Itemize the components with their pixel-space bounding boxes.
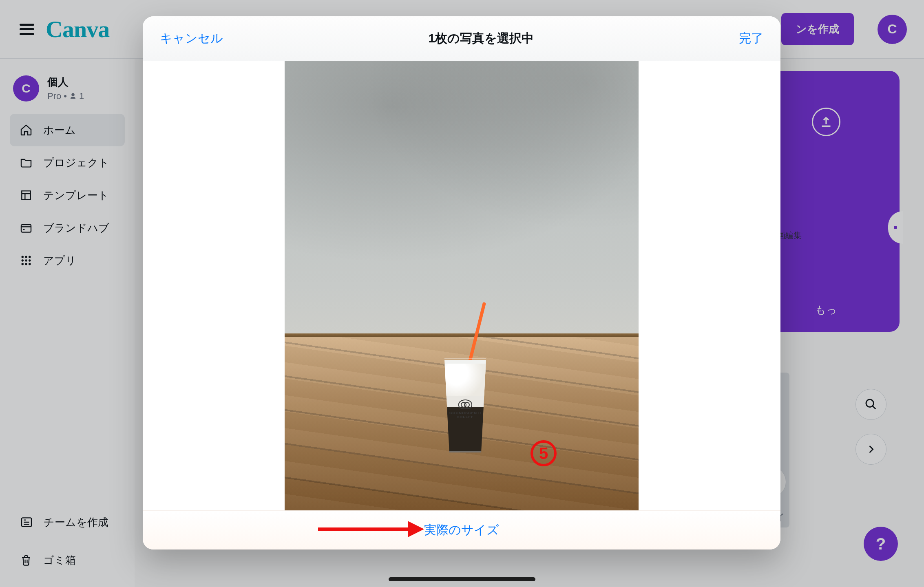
modal-title: 1枚の写真を選択中 [428, 30, 534, 47]
cup-brand: COGNOSCENTI COFFEE [440, 399, 490, 419]
annotation-arrow [318, 521, 424, 537]
selected-photo-preview[interactable]: COGNOSCENTI COFFEE 5 [285, 61, 639, 510]
modal-footer: 実際のサイズ [143, 510, 780, 549]
cancel-button[interactable]: キャンセル [160, 30, 223, 47]
home-indicator[interactable] [389, 577, 535, 581]
modal-header: キャンセル 1枚の写真を選択中 完了 [143, 16, 780, 61]
owl-logo-icon [458, 399, 472, 409]
actual-size-button[interactable]: 実際のサイズ [424, 522, 499, 538]
done-button[interactable]: 完了 [739, 30, 763, 47]
annotation-step-5: 5 [531, 440, 557, 466]
modal-body: COGNOSCENTI COFFEE 5 [143, 61, 780, 510]
photo-picker-modal: キャンセル 1枚の写真を選択中 完了 COGNOSCENTI COFFEE [143, 16, 780, 549]
glass-icon: COGNOSCENTI COFFEE [440, 358, 490, 452]
photo-cup: COGNOSCENTI COFFEE [440, 358, 490, 480]
